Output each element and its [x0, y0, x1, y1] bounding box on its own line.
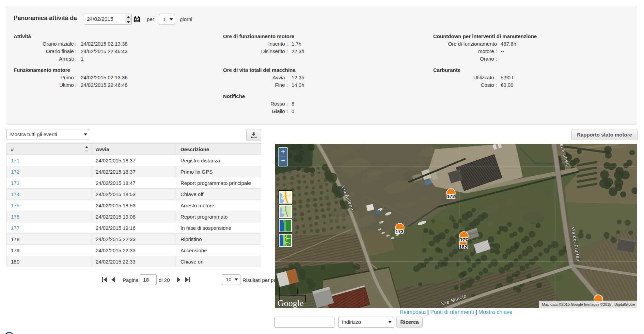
svg-text:182: 182 — [459, 244, 467, 250]
svg-text:Map data ©2015 Google Immagini: Map data ©2015 Google Immagini ©2015 , D… — [542, 302, 635, 306]
svg-text:172: 172 — [447, 194, 455, 199]
svg-text:173: 173 — [395, 229, 404, 234]
svg-text:177: 177 — [460, 237, 468, 242]
svg-text:Google: Google — [278, 298, 304, 308]
svg-text:21: 21 — [135, 18, 139, 21]
